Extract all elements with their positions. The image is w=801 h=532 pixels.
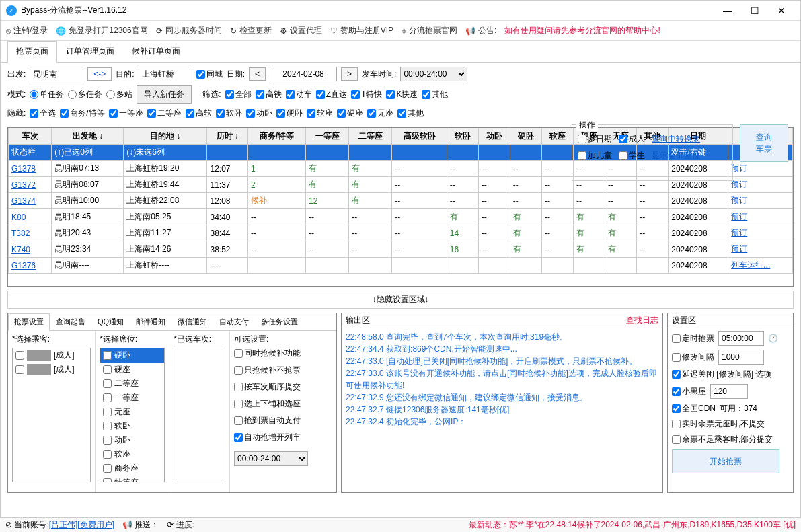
time-select[interactable]: 00:00-24:00 [400, 67, 467, 81]
book-link[interactable]: 列车运行... [731, 260, 770, 270]
set-blackroom-val[interactable] [710, 384, 748, 399]
seat-item[interactable]: 商务座 [100, 461, 164, 476]
op-showall-link[interactable]: 显示全部票价 [652, 150, 700, 161]
stab-autopay[interactable]: 自动支付 [213, 313, 255, 330]
tab-orders[interactable]: 订单管理页面 [57, 41, 123, 62]
book-link[interactable]: 预订 [731, 196, 747, 205]
hide-second[interactable]: 二等座 [147, 108, 182, 119]
col-header[interactable]: 软座 [541, 128, 573, 145]
hide-first[interactable]: 一等座 [109, 108, 143, 119]
col-header[interactable]: 软卧 [447, 128, 478, 145]
option-check[interactable]: 只抢候补不抢票 [234, 365, 332, 376]
filter-t[interactable]: T特快 [351, 89, 382, 100]
set-notenough[interactable]: 余票不足乘客时,部分提交 [672, 434, 773, 445]
col-header[interactable]: 历时 ↓ [207, 128, 247, 145]
same-city-check[interactable]: 同城 [196, 69, 223, 80]
hide-gjrw[interactable]: 高软 [186, 108, 212, 119]
date-prev[interactable]: < [249, 67, 266, 81]
collapse-settings[interactable]: ↓隐藏设置区域↓ [7, 291, 794, 309]
mode-single[interactable]: 单任务 [30, 89, 64, 100]
seat-item[interactable]: 特等座 [100, 476, 164, 482]
seat-item[interactable]: 软座 [100, 447, 164, 461]
set-cdn[interactable]: 全国CDN [672, 403, 716, 414]
seats-list[interactable]: 硬卧 硬座 二等座 一等座 无座 软卧 动卧 软座 商务座 特等座 [100, 348, 165, 482]
train-link[interactable]: K80 [11, 213, 26, 222]
tb-open-12306[interactable]: 🌐 免登录打开12306官网 [56, 25, 147, 36]
filter-g[interactable]: 高铁 [256, 89, 282, 100]
query-button[interactable]: 查询 车票 [740, 124, 788, 162]
train-link[interactable]: T382 [11, 229, 30, 238]
col-header[interactable]: 一等座 [305, 128, 348, 145]
tb-official[interactable]: ⎆ 分流抢票官网 [402, 25, 457, 36]
tb-check-update[interactable]: ↻ 检查更新 [230, 25, 272, 36]
hide-yz[interactable]: 硬座 [337, 108, 363, 119]
mode-multi[interactable]: 多任务 [68, 89, 102, 100]
col-header[interactable]: 目的地 ↓ [124, 128, 207, 145]
tb-proxy[interactable]: ⚙ 设置代理 [280, 25, 322, 36]
swap-button[interactable]: <-> [87, 67, 112, 81]
option-check[interactable]: 自动抢增开列车 [234, 432, 332, 443]
stab-multitask[interactable]: 多任务设置 [255, 313, 304, 330]
hide-other[interactable]: 其他 [397, 108, 424, 119]
start-grab-button[interactable]: 开始抢票 [672, 449, 779, 473]
mode-multistation[interactable]: 多站 [106, 89, 132, 100]
set-timed-val[interactable] [718, 331, 764, 346]
hide-rz[interactable]: 软座 [307, 108, 333, 119]
col-header[interactable]: 硬卧 [510, 128, 541, 145]
col-header[interactable]: 车次 [9, 128, 52, 145]
depart-input[interactable] [30, 67, 83, 81]
filter-other[interactable]: 其他 [422, 89, 448, 100]
set-delay[interactable]: 延迟关闭 [修改间隔] 选项 [672, 369, 771, 380]
book-link[interactable]: 预订 [731, 163, 747, 173]
tb-sync-time[interactable]: ⟳ 同步服务器时间 [156, 25, 222, 36]
filter-k[interactable]: K快速 [386, 89, 418, 100]
tb-login[interactable]: ⎋ 注销/登录 [6, 25, 48, 36]
option-check[interactable]: 选上下铺和选座 [234, 398, 332, 410]
tab-grab[interactable]: 抢票页面 [7, 41, 57, 63]
table-row[interactable]: T382昆明20:43上海南11:2738:44--------14--有--有… [9, 225, 793, 241]
op-child[interactable]: 加儿童 [578, 150, 612, 161]
col-header[interactable]: 高级软卧 [392, 128, 447, 145]
set-blackroom[interactable]: 小黑屋 [672, 386, 706, 397]
seat-item[interactable]: 硬卧 [100, 348, 164, 363]
train-link[interactable]: G1372 [11, 180, 36, 190]
book-link[interactable]: 预订 [731, 180, 747, 189]
op-student[interactable]: 学生 [619, 150, 645, 161]
trains-list[interactable] [174, 348, 225, 482]
hide-all[interactable]: 全选 [30, 108, 56, 119]
stab-grab[interactable]: 抢票设置 [8, 313, 50, 331]
tb-donate[interactable]: ♡ 赞助与注册VIP [330, 25, 393, 36]
maximize-button[interactable]: ☐ [741, 5, 768, 16]
set-timed[interactable]: 定时抢票 [672, 333, 714, 344]
tab-waitlist[interactable]: 候补订单页面 [123, 41, 189, 62]
close-button[interactable]: ✕ [768, 5, 795, 16]
train-link[interactable]: G1376 [11, 261, 36, 270]
hide-yw[interactable]: 硬卧 [276, 108, 303, 119]
train-link[interactable]: K740 [11, 245, 30, 254]
col-header[interactable]: 二等座 [349, 128, 392, 145]
seat-item[interactable]: 硬座 [100, 363, 164, 377]
train-link[interactable]: G1374 [11, 196, 36, 206]
hide-rw[interactable]: 软卧 [216, 108, 242, 119]
op-multidate[interactable]: 多日期 [578, 133, 612, 145]
op-adult[interactable]: 成人 [619, 133, 645, 145]
set-realtime[interactable]: 实时余票无座时,不提交 [672, 418, 765, 430]
dest-input[interactable] [139, 67, 192, 81]
minimize-button[interactable]: — [714, 5, 741, 16]
book-link[interactable]: 预订 [731, 212, 747, 221]
stab-qq[interactable]: QQ通知 [91, 313, 130, 330]
import-task-button[interactable]: 导入新任务 [137, 85, 192, 104]
stab-mail[interactable]: 邮件通知 [130, 313, 171, 330]
table-row[interactable]: G1374昆明南10:00上海虹桥22:0812:08候补12有--------… [9, 193, 793, 209]
option-check[interactable]: 按车次顺序提交 [234, 381, 332, 393]
hide-wz[interactable]: 无座 [367, 108, 393, 119]
stab-presale[interactable]: 查询起售 [50, 313, 91, 330]
find-log-link[interactable]: 查找日志 [626, 315, 658, 326]
col-header[interactable]: 出发地 ↓ [52, 128, 124, 145]
stab-wechat[interactable]: 微信通知 [171, 313, 213, 330]
table-row[interactable]: G1376昆明南----上海虹桥--------20240208列车运行... [9, 258, 793, 274]
date-next[interactable]: > [341, 67, 358, 81]
hide-biz[interactable]: 商务/特等 [60, 108, 104, 119]
book-link[interactable]: 预订 [731, 244, 747, 254]
auto-add-time[interactable]: 00:00-24:00 [234, 451, 308, 466]
